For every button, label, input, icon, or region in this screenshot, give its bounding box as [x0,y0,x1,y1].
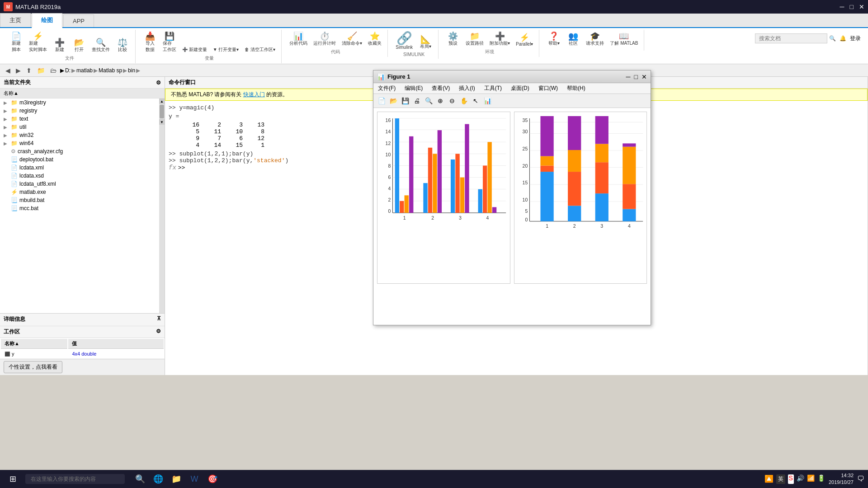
figure-menu-file[interactable]: 文件(F) [373,83,400,94]
find-files-button[interactable]: 🔍查找文件 [90,37,112,54]
import-data-button[interactable]: 📥导入数据 [141,31,159,54]
list-item[interactable]: ▶ 📁 util [0,123,159,131]
favorites-button[interactable]: ⭐收藏夹 [366,31,384,48]
list-item[interactable]: ▶ 📁 registry [0,107,159,115]
taskbar-cortana[interactable]: 🔍 [132,471,148,487]
fig-pan-button[interactable]: ✋ [458,95,469,106]
parallel-button[interactable]: ⚡Parallel▾ [514,32,535,48]
analyze-code-button[interactable]: 📊分析代码 [287,31,310,48]
scroll-up-button[interactable]: ▲ [159,99,165,104]
sidebar-settings-icon[interactable]: ⚙ [156,80,161,86]
action-center-button[interactable]: 🗨 [857,475,864,483]
signin-button[interactable]: 登录 [850,35,861,42]
figure-menu-tools[interactable]: 工具(T) [480,83,506,94]
nav-back-button[interactable]: ◀ [4,66,12,75]
tab-plot[interactable]: 绘图 [32,13,62,28]
new-script-button[interactable]: 📄新建脚本 [7,31,25,54]
open-variable-button[interactable]: ▼ 打开变量▾ [211,45,241,54]
clear-workspace-button[interactable]: 🗑 清空工作区▾ [242,45,278,54]
maximize-button[interactable]: □ [850,3,854,10]
ime-icon[interactable]: 英 [776,474,785,484]
quick-start-link[interactable]: 快速入门 [243,91,265,98]
sidebar-scrollbar[interactable]: ▲ ▼ [159,99,165,313]
fig-save-button[interactable]: 💾 [400,95,410,106]
taskbar-edge[interactable]: 🌐 [150,471,166,487]
fig-zoom-in2-button[interactable]: ⊕ [435,95,446,106]
settings-button[interactable]: 个性设置，点我看看 [4,361,62,373]
fig-select-button[interactable]: ↖ [470,95,481,106]
new-live-script-button[interactable]: ⚡新建实时脚本 [27,31,49,54]
figure-menu-edit[interactable]: 编辑(E) [400,83,427,94]
nav-up-button[interactable]: ⬆ [24,66,33,75]
search-input[interactable] [755,33,827,43]
list-item[interactable]: ▶ 📄 lcdata_utf8.xml [0,180,159,188]
fig-print-button[interactable]: 🖨 [411,95,422,106]
list-item[interactable]: ▶ 📃 mbuild.bat [0,196,159,204]
taskbar-explorer[interactable]: 📁 [168,471,184,487]
list-item[interactable]: ▶ 📁 win32 [0,131,159,139]
fig-new-button[interactable]: 📄 [376,95,387,106]
scroll-down-button[interactable]: ▼ [159,119,165,125]
fig-open-button[interactable]: 📂 [388,95,399,106]
start-button[interactable]: ⊞ [4,470,22,488]
list-item[interactable]: ▶ 📁 text [0,115,159,123]
list-item[interactable]: ▶ ⚙ crash_analyzer.cfg [0,147,159,155]
learn-matlab-button[interactable]: 📖了解 MATLAB [608,31,640,48]
path-matlab[interactable]: matlab [76,67,93,74]
figure-menu-insert[interactable]: 插入(I) [454,83,479,94]
path-d[interactable]: D: [65,67,71,74]
path-matlab-sp[interactable]: Matlab sp [99,67,122,74]
taskbar-word[interactable]: W [186,471,203,487]
path-bin[interactable]: bin [128,67,135,74]
minimize-button[interactable]: ─ [840,3,844,10]
fig-data-cursor-button[interactable]: 📊 [482,95,493,106]
new-variable-button[interactable]: ➕ 新建变量 [180,45,209,54]
list-item[interactable]: ▶ ⚡ matlab.exe [0,188,159,196]
figure-menu-desktop[interactable]: 桌面(D) [506,83,534,94]
list-item[interactable]: ▶ 📃 deploytool.bat [0,155,159,164]
open-button[interactable]: 📂打开 [70,37,88,54]
compare-button[interactable]: ⚖️比较 [113,37,132,54]
workspace-settings-icon[interactable]: ⚙ [156,328,161,336]
list-item[interactable]: ▶ 📁 m3iregistry [0,99,159,107]
network-icon[interactable]: 📶 [807,474,815,484]
tab-home[interactable]: 主页 [0,13,31,27]
list-item[interactable]: ▶ 📄 lcdata.xml [0,164,159,172]
scroll-thumb[interactable] [160,105,164,118]
request-support-button[interactable]: 🎓请求支持 [584,31,606,48]
fig-zoom-in-button[interactable]: 🔍 [423,95,434,106]
taskbar-search-input[interactable] [25,474,125,484]
browse-button[interactable]: 🗁 [48,66,58,75]
layout-button[interactable]: 📐布局▾ [416,34,434,51]
figure-maximize-button[interactable]: □ [634,73,638,80]
set-path-button[interactable]: 📁设置路径 [463,31,486,48]
figure-menu-help[interactable]: 帮助(H) [562,83,590,94]
battery-icon[interactable]: 🔋 [817,474,825,484]
simulink-button[interactable]: 🔗Simulink [393,31,415,51]
sogou-icon[interactable]: S [788,474,794,484]
search-icon[interactable]: 🔍 [829,35,836,42]
figure-menu-window[interactable]: 窗口(W) [534,83,562,94]
preferences-button[interactable]: ⚙️预设 [444,31,462,48]
help-button[interactable]: ❓帮助▾ [545,31,563,48]
save-workspace-button[interactable]: 💾保存工作区 [160,31,179,54]
clear-command-button[interactable]: 🧹清除命令▾ [340,31,364,48]
path-segment-d[interactable]: ▶ [60,67,64,74]
taskbar-matlab[interactable]: 🎯 [204,471,221,487]
figure-minimize-button[interactable]: ─ [626,73,631,80]
run-time-button[interactable]: ⏱️运行并计时 [311,31,338,48]
figure-menu-view[interactable]: 查看(V) [427,83,454,94]
nav-forward-button[interactable]: ▶ [14,66,23,75]
details-settings-icon[interactable]: ⊼ [157,315,161,323]
list-item[interactable]: ▶ 📃 mcc.bat [0,204,159,212]
fig-zoom-out-button[interactable]: ⊖ [447,95,458,106]
window-controls[interactable]: ─ □ ✕ [840,3,864,10]
list-item[interactable]: ▶ 📄 lcdata.xsd [0,172,159,180]
volume-icon[interactable]: 🔊 [797,474,804,484]
new-button[interactable]: ➕新建 [51,37,69,54]
notification-icon[interactable]: 🔔 [840,35,846,42]
list-item[interactable]: ▶ 📁 win64 [0,139,159,147]
close-button[interactable]: ✕ [859,3,864,10]
community-button[interactable]: 👥社区 [564,31,582,48]
figure-win-controls[interactable]: ─ □ ✕ [626,73,647,80]
